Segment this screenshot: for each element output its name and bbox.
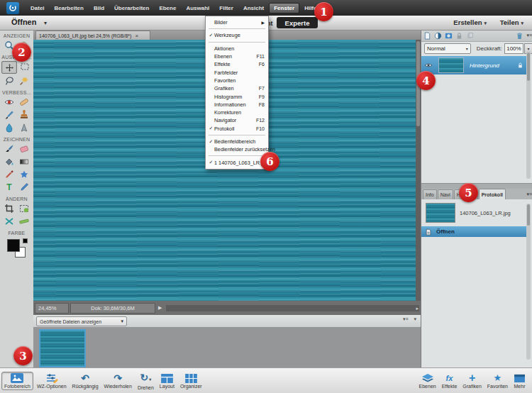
eyedropper-tool-icon[interactable] (2, 169, 16, 180)
brush-tool-icon[interactable] (2, 143, 16, 155)
menu-item-bedienfelder-zuruecksetzen[interactable]: Bedienfelder zurücksetzen (206, 145, 268, 153)
menu-item-histogramm[interactable]: HistogrammF9 (206, 92, 268, 100)
document-tab[interactable]: 140706_L063_LR.jpg bei 24,5% (RGB/8*) × (35, 31, 150, 40)
healing-brush-tool-icon[interactable] (2, 109, 16, 121)
new-layer-icon[interactable] (423, 32, 431, 40)
share-button[interactable]: Teilen▾ (500, 18, 523, 26)
red-eye-tool-icon[interactable] (2, 96, 16, 108)
menubar-item-bearbeiten[interactable]: Bearbeiten (50, 3, 89, 13)
photo-bin-button[interactable]: Fotobereich (1, 372, 33, 390)
color-swatches[interactable] (6, 238, 28, 261)
opacity-field[interactable]: 100% (504, 43, 523, 54)
menu-item-effekte[interactable]: EffekteF6 (206, 60, 268, 68)
type-tool-icon[interactable]: T (2, 182, 16, 193)
undo-button[interactable]: ↶ Rückgängig (70, 372, 101, 389)
rotate-button[interactable]: ↻▾ Drehen (135, 372, 156, 391)
tab-info[interactable]: Info (423, 189, 437, 199)
layers-button-label: Ebenen (419, 384, 436, 389)
zoom-level-field[interactable]: 24,45% (35, 303, 69, 314)
spot-healing-tool-icon[interactable] (17, 96, 31, 108)
menubar-item-fenster[interactable]: Fenster (269, 3, 299, 13)
layer-mask-icon[interactable] (445, 32, 453, 40)
open-button[interactable]: Öffnen (11, 18, 36, 26)
effects-panel-button[interactable]: fx Effekte (440, 372, 460, 389)
content-aware-move-tool-icon[interactable] (2, 216, 16, 227)
layers-panel-scrollbar[interactable] (526, 51, 531, 179)
scroll-right-icon[interactable]: ▸ (416, 305, 419, 311)
menubar-item-datei[interactable]: Datei (26, 3, 50, 13)
menu-item-grafiken[interactable]: GrafikenF7 (206, 84, 268, 92)
menu-item-werkzeuge[interactable]: ✓Werkzeuge (206, 31, 268, 39)
layer-row-hintergrund[interactable]: Hintergrund (421, 56, 528, 74)
photo-bin-menu-icon[interactable]: ▾≡ (403, 316, 409, 322)
mode-tab-experte[interactable]: Experte (277, 17, 318, 28)
menu-item-navigator[interactable]: NavigatorF12 (206, 116, 268, 124)
history-entry-row[interactable]: Öffnen (421, 226, 528, 237)
photo-bin-thumbnail[interactable] (39, 329, 86, 367)
menu-item-open-document[interactable]: ✓1 140706_L063_LR.jpg (206, 158, 268, 166)
menubar-item-ebene[interactable]: Ebene (154, 3, 181, 13)
tool-options-button[interactable]: WZ-Optionen (35, 372, 69, 389)
menu-item-favoriten[interactable]: Favoriten (206, 77, 268, 84)
menu-item-bedienfeldbereich[interactable]: ✓Bedienfeldbereich (206, 138, 268, 145)
menubar-item-bild[interactable]: Bild (89, 3, 109, 13)
blend-mode-select[interactable]: Normal ▾ (424, 43, 471, 54)
photo-bin-filter-dropdown[interactable]: Geöffnete Dateien anzeigen ▾ (36, 316, 127, 326)
graphics-panel-button[interactable]: + Grafiken (460, 372, 483, 389)
default-colors-icon[interactable] (23, 238, 28, 243)
create-button[interactable]: Erstellen▾ (453, 18, 487, 26)
menu-item-informationen[interactable]: InformationenF8 (206, 101, 268, 109)
redo-button[interactable]: ↷ Wiederholen (102, 372, 134, 389)
gradient-tool-icon[interactable] (17, 156, 31, 167)
more-panels-button[interactable]: Mehr (511, 373, 528, 389)
link-layers-icon[interactable] (466, 32, 474, 40)
layer-visibility-eye-icon[interactable] (424, 62, 433, 68)
marquee-tool-icon[interactable] (18, 61, 32, 72)
history-panel-scrollbar[interactable] (526, 204, 531, 360)
lasso-tool-icon[interactable] (2, 75, 16, 87)
layout-button[interactable]: Layout (157, 373, 177, 389)
menubar-item-ansicht[interactable]: Ansicht (238, 3, 269, 13)
menu-item-ebenen[interactable]: EbenenF11 (206, 52, 268, 60)
menu-item-protokoll[interactable]: ✓ProtokollF10 (206, 125, 268, 133)
layers-panel-button[interactable]: Ebenen (417, 372, 438, 389)
magic-wand-tool-icon[interactable] (17, 75, 31, 87)
pencil-tool-icon[interactable] (17, 182, 31, 193)
menubar-item-auswahl[interactable]: Auswahl (181, 3, 214, 13)
history-panel-menu-icon[interactable]: ▾≡ (526, 192, 532, 197)
tab-protokoll[interactable]: Protokoll (479, 189, 506, 199)
more-icon (514, 374, 526, 383)
tab-close-icon[interactable]: × (135, 33, 138, 39)
menu-item-aktionen[interactable]: Aktionen (206, 45, 268, 52)
menu-item-farbfelder[interactable]: Farbfelder (206, 68, 268, 76)
clone-stamp-tool-icon[interactable] (17, 109, 31, 121)
status-expand-icon[interactable]: ▶ (158, 305, 162, 311)
sharpen-tool-icon[interactable] (17, 122, 31, 133)
panel-bin: ▾≡ Normal ▾ Deckkraft: 100% ▾ Hintergrun… (421, 30, 532, 367)
eraser-tool-icon[interactable] (17, 143, 31, 155)
straighten-tool-icon[interactable] (17, 216, 31, 227)
menubar-item-filter[interactable]: Filter (214, 3, 238, 13)
organizer-button[interactable]: Organizer (178, 373, 204, 389)
blur-tool-icon[interactable] (2, 122, 16, 133)
custom-shape-tool-icon[interactable] (17, 169, 31, 180)
paint-bucket-tool-icon[interactable] (2, 156, 16, 167)
menu-item-korrekturen[interactable]: Korrekturen (206, 109, 268, 116)
foreground-color-swatch[interactable] (7, 239, 20, 252)
move-tool-icon[interactable] (1, 61, 17, 74)
lock-layer-icon[interactable] (455, 32, 463, 40)
menu-item-bilder[interactable]: Bilder▶ (206, 18, 268, 26)
adjustment-layer-icon[interactable] (434, 32, 442, 40)
menubar-item-ueberarbeiten[interactable]: Überarbeiten (109, 3, 154, 13)
canvas-horizontal-scrollbar[interactable]: ▸ (166, 305, 419, 311)
layers-panel-menu-icon[interactable]: ▾≡ (526, 33, 532, 38)
recompose-tool-icon[interactable] (17, 203, 31, 214)
layer-thumbnail[interactable] (438, 57, 464, 73)
favorites-panel-button[interactable]: ★ Favoriten (485, 372, 510, 389)
blend-mode-row: Normal ▾ Deckkraft: 100% ▾ (421, 42, 532, 55)
delete-layer-icon[interactable] (516, 32, 523, 40)
photo-bin-collapse-icon[interactable]: ▾ (414, 316, 416, 322)
open-dropdown-caret-icon[interactable]: ▾ (44, 20, 47, 26)
crop-tool-icon[interactable] (2, 203, 16, 214)
tab-navigator[interactable]: Navi (438, 189, 453, 199)
